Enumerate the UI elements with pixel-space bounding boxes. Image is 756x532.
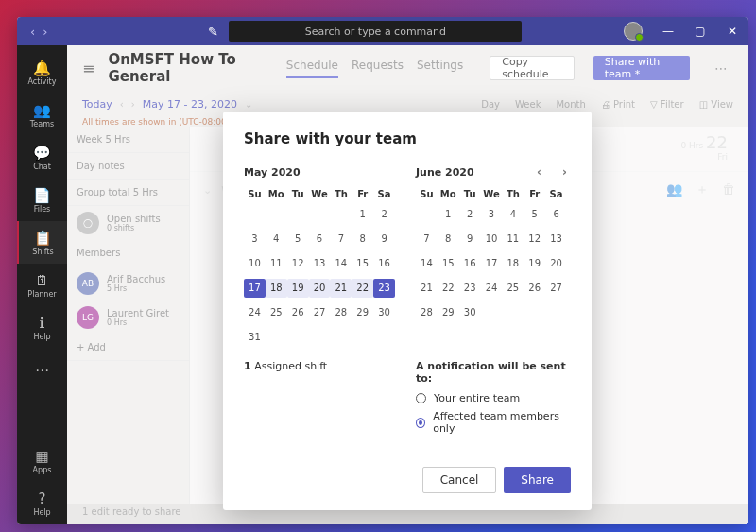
calendar-day[interactable]: 2 [459,205,481,224]
calendar-day[interactable]: 10 [481,230,503,249]
tab-settings[interactable]: Settings [417,59,463,78]
open-shifts[interactable]: ◯Open shifts0 shifts [67,206,189,240]
tab-requests[interactable]: Requests [352,59,404,78]
calendar-day[interactable]: 14 [330,254,352,273]
calendar-day[interactable]: 16 [373,254,395,273]
prev-month-icon[interactable]: ‹ [537,165,541,179]
calendar-day[interactable]: 3 [481,205,503,224]
calendar-day[interactable]: 11 [266,254,287,273]
calendar-day[interactable]: 13 [545,230,567,249]
calendar-day[interactable]: 24 [481,279,503,298]
date-range[interactable]: May 17 - 23, 2020 [143,98,237,111]
calendar-day[interactable]: 2 [373,205,395,224]
calendar-day[interactable]: 22 [352,279,373,298]
calendar-day[interactable]: 24 [244,303,266,322]
calendar-day[interactable]: 21 [330,279,352,298]
calendar-day[interactable]: 20 [309,279,331,298]
calendar-day[interactable]: 28 [416,303,438,322]
calendar-day[interactable]: 1 [438,205,459,224]
calendar-day[interactable]: 17 [481,254,503,273]
calendar-day[interactable]: 28 [330,303,352,322]
calendar-day[interactable]: 27 [309,303,331,322]
calendar-day[interactable]: 17 [244,279,266,298]
chevron-down-icon[interactable]: ⌄ [245,99,252,110]
print-button[interactable]: 🖨 Print [601,99,635,110]
calendar-day[interactable]: 7 [416,230,438,249]
next-week-icon[interactable]: › [131,99,135,110]
calendar-day[interactable]: 21 [416,279,438,298]
rail-shifts[interactable]: 📋Shifts [17,221,67,264]
rail-help2[interactable]: ?Help [17,482,67,524]
cancel-button[interactable]: Cancel [422,467,497,493]
calendar-day[interactable]: 29 [352,303,373,322]
calendar-day[interactable]: 11 [502,230,524,249]
calendar-day[interactable]: 25 [502,279,524,298]
maximize-icon[interactable]: ▢ [684,17,716,45]
calendar-day[interactable]: 30 [373,303,395,322]
more-options-icon[interactable]: ⋯ [709,60,733,76]
calendar-day[interactable]: 8 [352,230,373,249]
radio-affected-only[interactable]: Affected team members only [416,410,571,435]
rail-help[interactable]: ℹHelp [17,306,67,349]
view-button[interactable]: ◫ View [699,99,733,110]
calendar-day[interactable]: 15 [352,254,373,273]
today-link[interactable]: Today [82,98,112,111]
next-month-icon[interactable]: › [562,165,567,179]
calendar-day[interactable]: 30 [459,303,481,322]
rail-more[interactable]: ⋯ [17,349,67,391]
rail-apps[interactable]: ▦Apps [17,439,67,482]
calendar-day[interactable]: 4 [502,205,524,224]
calendar-day[interactable]: 4 [266,230,287,249]
member-arif[interactable]: ABArif Bacchus5 Hrs [67,266,189,300]
rail-activity[interactable]: 🔔Activity [17,51,67,94]
calendar-day[interactable]: 27 [545,279,567,298]
minimize-icon[interactable]: — [652,17,684,45]
calendar-day[interactable]: 13 [309,254,331,273]
calendar-day[interactable]: 22 [438,279,459,298]
calendar-day[interactable]: 6 [309,230,331,249]
calendar-day[interactable]: 20 [545,254,567,273]
search-input[interactable]: Search or type a command [229,21,522,42]
close-icon[interactable]: ✕ [716,17,748,45]
calendar-day[interactable]: 26 [524,279,545,298]
calendar-day[interactable]: 23 [459,279,481,298]
calendar-day[interactable]: 19 [287,279,309,298]
calendar-day[interactable]: 29 [438,303,459,322]
view-day[interactable]: Day [481,99,500,110]
calendar-day[interactable]: 6 [545,205,567,224]
compose-icon[interactable]: ✎ [202,25,223,39]
calendar-day[interactable]: 31 [244,328,266,347]
nav-forward-icon[interactable]: › [43,25,47,39]
avatar[interactable] [624,22,643,41]
calendar-day[interactable]: 23 [373,279,395,298]
calendar-day[interactable]: 16 [459,254,481,273]
share-with-team-button[interactable]: Share with team * [593,56,690,80]
add-member[interactable]: + Add [67,335,189,361]
calendar-day[interactable]: 9 [373,230,395,249]
nav-back-icon[interactable]: ‹ [30,25,35,39]
share-button[interactable]: Share [504,467,571,493]
view-week[interactable]: Week [515,99,541,110]
member-laurent[interactable]: LGLaurent Giret0 Hrs [67,300,189,335]
rail-teams[interactable]: 👥Teams [17,94,67,136]
filter-button[interactable]: ▽ Filter [650,99,684,110]
calendar-day[interactable]: 26 [287,303,309,322]
calendar-day[interactable]: 8 [438,230,459,249]
hamburger-icon[interactable]: ≡ [82,60,94,77]
rail-planner[interactable]: 🗓Planner [17,264,67,306]
calendar-day[interactable]: 15 [438,254,459,273]
calendar-day[interactable]: 7 [330,230,352,249]
view-month[interactable]: Month [556,99,585,110]
calendar-day[interactable]: 14 [416,254,438,273]
prev-week-icon[interactable]: ‹ [120,99,124,110]
calendar-day[interactable]: 5 [524,205,545,224]
rail-files[interactable]: 📄Files [17,179,67,221]
calendar-day[interactable]: 12 [524,230,545,249]
calendar-day[interactable]: 18 [266,279,287,298]
calendar-day[interactable]: 5 [287,230,309,249]
calendar-day[interactable]: 12 [287,254,309,273]
radio-entire-team[interactable]: Your entire team [416,392,571,404]
calendar-day[interactable]: 1 [352,205,373,224]
calendar-day[interactable]: 3 [244,230,266,249]
calendar-day[interactable]: 18 [502,254,524,273]
